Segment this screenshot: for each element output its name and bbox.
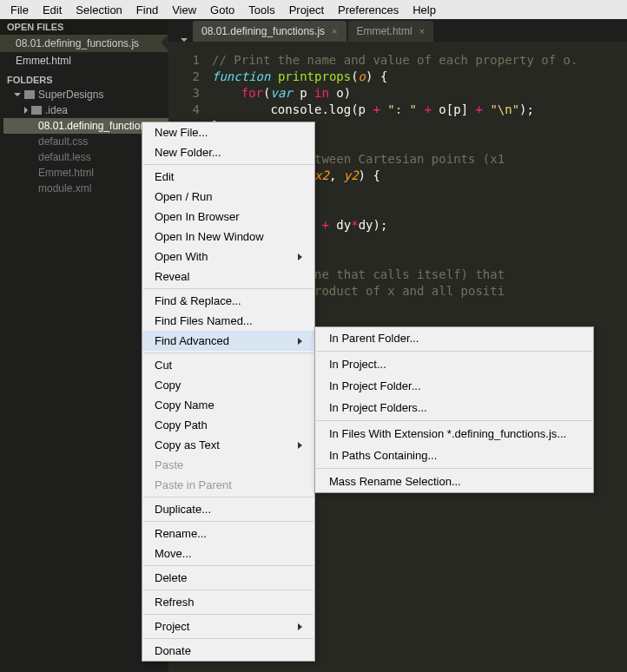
chevron-right-icon [298, 623, 302, 630]
sub-parent-folder[interactable]: In Parent Folder... [315, 327, 593, 349]
chevron-right-icon [298, 338, 302, 345]
chevron-right-icon [298, 254, 302, 260]
tree-label: SuperDesigns [38, 89, 103, 101]
menu-view[interactable]: View [165, 2, 203, 18]
ctx-duplicate[interactable]: Duplicate... [142, 499, 314, 519]
line-gutter: 1 2 3 4 5 [168, 42, 208, 135]
tab-emmet[interactable]: Emmet.html× [348, 21, 433, 42]
menu-goto[interactable]: Goto [203, 2, 241, 18]
separator [316, 468, 592, 469]
ctx-find-files[interactable]: Find Files Named... [142, 311, 314, 331]
ctx-refresh[interactable]: Refresh [142, 592, 314, 612]
line-num: 2 [168, 69, 208, 85]
ctx-rename[interactable]: Rename... [142, 524, 314, 544]
ctx-find-replace[interactable]: Find & Replace... [142, 291, 314, 311]
open-file-item[interactable]: Emmet.html [0, 52, 168, 69]
line-num: 1 [168, 52, 208, 69]
ctx-find-advanced[interactable]: Find Advanced [142, 331, 314, 351]
ctx-new-folder[interactable]: New Folder... [142, 142, 314, 162]
sub-paths-containing[interactable]: In Paths Containing... [315, 445, 593, 466]
sub-files-extension[interactable]: In Files With Extension *.defining_funct… [315, 423, 593, 445]
ctx-copy-name[interactable]: Copy Name [142, 395, 314, 415]
open-files-header: OPEN FILES [0, 19, 168, 35]
ctx-edit[interactable]: Edit [142, 167, 314, 187]
tab-bar: 08.01.defining_functions.js× Emmet.html× [168, 19, 627, 42]
chevron-down-icon [14, 93, 21, 96]
sub-mass-rename[interactable]: Mass Rename Selection... [315, 471, 593, 492]
separator [143, 164, 314, 165]
tree-project[interactable]: SuperDesigns [3, 87, 168, 102]
close-icon[interactable]: × [332, 26, 337, 36]
menu-preferences[interactable]: Preferences [331, 2, 406, 18]
ctx-copy-as-text[interactable]: Copy as Text [142, 435, 314, 455]
ctx-copy-path[interactable]: Copy Path [142, 415, 314, 435]
separator [143, 565, 314, 566]
menu-project[interactable]: Project [282, 2, 331, 18]
separator [143, 352, 314, 353]
tree-label: .idea [45, 104, 68, 116]
ctx-move[interactable]: Move... [142, 544, 314, 563]
ctx-reveal[interactable]: Reveal [142, 267, 314, 287]
ctx-donate[interactable]: Donate [142, 641, 314, 661]
chevron-right-icon [24, 107, 28, 114]
ctx-project[interactable]: Project [142, 616, 314, 636]
sub-project-folders[interactable]: In Project Folders... [315, 397, 593, 418]
line-num: 4 [168, 102, 208, 118]
menu-find[interactable]: Find [129, 2, 165, 18]
separator [143, 614, 314, 615]
folder-icon [24, 90, 35, 99]
menu-help[interactable]: Help [406, 2, 443, 18]
context-menu: New File... New Folder... Edit Open / Ru… [142, 122, 315, 662]
folders-header: FOLDERS [0, 69, 168, 87]
find-advanced-submenu: In Parent Folder... In Project... In Pro… [314, 326, 594, 493]
ctx-cut[interactable]: Cut [142, 355, 314, 375]
separator [143, 638, 314, 639]
ctx-open-new-window[interactable]: Open In New Window [142, 227, 314, 247]
tab-defining-functions[interactable]: 08.01.defining_functions.js× [193, 21, 346, 42]
open-file-item[interactable]: 08.01.defining_functions.js [0, 35, 168, 52]
menu-file[interactable]: File [3, 2, 36, 18]
ctx-open-run[interactable]: Open / Run [142, 187, 314, 207]
ctx-paste-parent: Paste in Parent [142, 475, 314, 495]
close-icon[interactable]: × [419, 26, 425, 36]
ctx-open-browser[interactable]: Open In Browser [142, 207, 314, 227]
menubar: File Edit Selection Find View Goto Tools… [0, 0, 627, 19]
line-num: 3 [168, 85, 208, 102]
menu-tools[interactable]: Tools [241, 2, 281, 18]
menu-edit[interactable]: Edit [36, 2, 69, 18]
folder-icon [31, 106, 42, 115]
sub-in-project[interactable]: In Project... [315, 353, 593, 375]
tab-label: 08.01.defining_functions.js [201, 25, 325, 37]
separator [316, 351, 592, 352]
sub-project-folder[interactable]: In Project Folder... [315, 375, 593, 397]
chevron-right-icon [298, 442, 302, 449]
separator [143, 590, 314, 590]
ctx-open-with[interactable]: Open With [142, 247, 314, 267]
ctx-delete[interactable]: Delete [142, 568, 314, 588]
ctx-copy[interactable]: Copy [142, 375, 314, 395]
tree-folder-idea[interactable]: .idea [3, 102, 168, 118]
ctx-paste: Paste [142, 455, 314, 475]
tab-label: Emmet.html [357, 25, 412, 37]
ctx-new-file[interactable]: New File... [142, 122, 314, 142]
separator [143, 497, 314, 497]
separator [143, 288, 314, 289]
menu-selection[interactable]: Selection [69, 2, 129, 18]
separator [316, 420, 592, 421]
separator [143, 521, 314, 522]
